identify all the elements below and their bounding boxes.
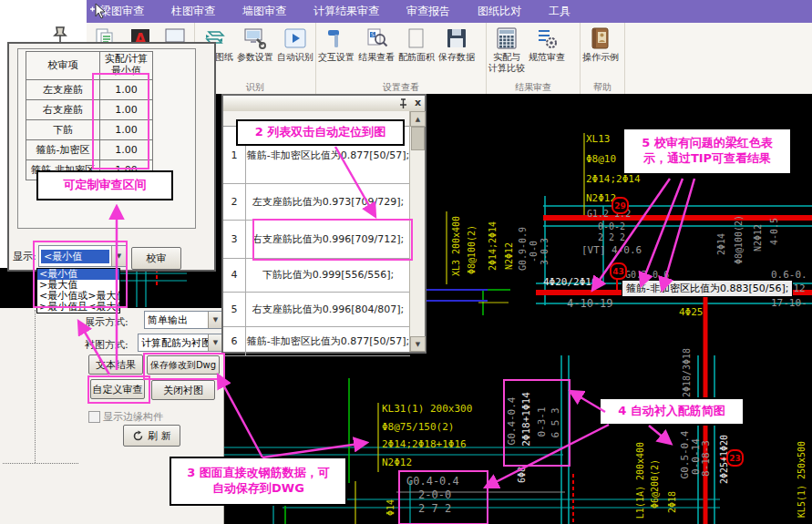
menu-tab-5[interactable]: 图纸比对 xyxy=(464,0,535,23)
ribbon-button-3-0[interactable]: 实配与 计算比较 xyxy=(487,25,527,73)
chevron-down-icon[interactable]: ▼ xyxy=(208,334,222,351)
cad-label-41[interactable]: 2Φ18 xyxy=(667,491,677,513)
result-row-6[interactable]: 6箍筋-非加密区比值为0.877[50/57]; xyxy=(223,326,410,356)
ribbon-group-2: 交互设置S结果查看配筋面积保存数据设置查看 xyxy=(316,23,487,94)
check-table-header: 实配/计算 最小值 xyxy=(100,52,153,80)
cad-label-19: G0.4-0.4 xyxy=(406,475,459,488)
edge-member-label: 显示边缘构件 xyxy=(103,410,163,424)
doc-magnifier-icon: S xyxy=(365,26,388,50)
edge-member-checkbox[interactable] xyxy=(88,411,100,423)
cad-label-1[interactable]: Φ8@10 xyxy=(586,153,616,165)
result-list-scrollbar[interactable]: ▲ ▼ xyxy=(409,111,425,352)
ribbon-button-2-1[interactable]: S结果查看 xyxy=(356,25,396,63)
result-row-2[interactable]: 2左支座筋比值为0.973[709/729]; xyxy=(223,183,410,221)
scroll-up-icon[interactable]: ▲ xyxy=(410,111,426,127)
cad-label-23[interactable]: Φ8@100(2) xyxy=(467,225,477,274)
check-table-row: 下筋1.00 xyxy=(26,120,153,140)
cad-label-46[interactable]: KL5(1) 250x500 xyxy=(797,441,807,518)
close-underlay-button[interactable]: 关闭衬图 xyxy=(151,380,215,400)
cad-label-44: 8-18-3 xyxy=(700,440,712,477)
refresh-icon xyxy=(132,430,144,442)
cad-label-18[interactable]: N2Φ12 xyxy=(382,457,412,468)
check-button[interactable]: 校审 xyxy=(131,247,181,270)
cad-label-39[interactable]: L1(1A) 200x400 xyxy=(635,442,645,519)
ribbon-button-label: 规范审查 xyxy=(529,52,565,63)
ribbon-group-label: 帮助 xyxy=(581,80,624,94)
cad-result-tooltip: 箍筋-非加密区比值为0.883[50/56]; xyxy=(622,280,793,297)
scrollbar-thumb[interactable] xyxy=(411,127,425,150)
pin-icon[interactable] xyxy=(398,98,408,109)
cad-label-36: 6 5 3 xyxy=(550,407,561,437)
ribbon-button-label: 实配与 计算比较 xyxy=(488,52,525,73)
calculator-icon xyxy=(495,26,519,50)
result-list-titlebar[interactable]: x xyxy=(223,96,425,112)
result-row-3[interactable]: 3右支座筋比值为0.996[709/712]; xyxy=(223,220,410,259)
menu-tab-3[interactable]: 计算结果审查 xyxy=(300,0,393,23)
ribbon-button-1-2[interactable]: 自动识别 xyxy=(275,25,315,63)
ribbon-button-1-1[interactable]: 参数设置 xyxy=(235,25,275,63)
check-value-cell[interactable]: 1.00 xyxy=(100,120,153,140)
menu-tab-1[interactable]: 柱图审查 xyxy=(158,0,229,23)
underlay-mode-combo[interactable]: 计算配筋为衬图 ▼ xyxy=(138,334,223,352)
dropdown-option-2[interactable]: <最小值或>最大值 xyxy=(37,291,119,302)
pushpin-icon[interactable] xyxy=(51,24,71,44)
dotted-guide-horizontal xyxy=(3,463,78,464)
cad-label-24[interactable]: 2Φ14;2Φ14 xyxy=(488,221,498,271)
cad-label-29: 2Φ14 xyxy=(716,233,726,255)
result-row-number: 6 xyxy=(223,326,246,355)
cad-error-badge-23[interactable]: 23 xyxy=(726,449,744,467)
menu-tab-6[interactable]: 工具 xyxy=(535,0,584,23)
cad-error-badge-43[interactable]: 43 xyxy=(610,262,627,280)
check-value-cell[interactable]: 1.00 xyxy=(100,80,153,100)
menu-tab-4[interactable]: 审查报告 xyxy=(393,0,464,23)
cad-label-5: 0-0-2 xyxy=(598,221,625,231)
dropdown-option-3[interactable]: >最小值且<最大值 xyxy=(37,302,119,313)
ribbon-button-3-1[interactable]: 规范审查 xyxy=(527,25,567,63)
cad-label-32: 4-0.5 xyxy=(769,218,779,245)
text-result-button[interactable]: 文本结果 xyxy=(88,354,143,375)
scroll-down-icon[interactable]: ▼ xyxy=(410,336,426,352)
result-row-text: 左支座筋比值为0.973[709/729]; xyxy=(246,183,410,220)
cad-label-0[interactable]: XL13 xyxy=(586,133,611,145)
cad-label-47[interactable]: Φ14 xyxy=(385,499,396,516)
chevron-down-icon[interactable]: ▼ xyxy=(208,312,222,328)
ribbon-button-2-3[interactable]: 保存数据 xyxy=(437,25,477,63)
dropdown-option-0[interactable]: <最小值 xyxy=(37,269,119,280)
refresh-button[interactable]: 刷 新 xyxy=(123,425,180,447)
cad-label-15[interactable]: KL31(1) 200x300 xyxy=(382,403,472,415)
ribbon-group-label: 设置查看 xyxy=(316,80,486,94)
check-value-cell[interactable]: 1.00 xyxy=(100,100,153,120)
ribbon-button-label: 自动识别 xyxy=(277,52,313,63)
chevron-down-icon[interactable]: ▼ xyxy=(111,246,126,266)
ribbon-button-4-0[interactable]: 操作示例 xyxy=(581,25,621,63)
cad-label-7: [VT] 4-0.6 xyxy=(581,244,642,256)
cad-error-badge-29[interactable]: 29 xyxy=(612,197,629,214)
cad-label-16[interactable]: Φ8@75/150(2) xyxy=(382,421,454,433)
cad-label-31: N2Φ12 xyxy=(753,224,763,252)
callout-edit-rebar: 3 图面直接改钢筋数据，可 自动保存到DWG xyxy=(170,457,347,506)
menu-tab-2[interactable]: 墙图审查 xyxy=(229,0,300,23)
cad-label-17[interactable]: 2Φ14;2Φ18+1Φ16 xyxy=(382,438,467,450)
cad-label-11[interactable]: 4Φ25 xyxy=(679,306,704,318)
close-icon[interactable]: x xyxy=(415,97,421,108)
result-row-4[interactable]: 4下筋比值为0.999[556/556]; xyxy=(223,258,410,293)
custom-check-button[interactable]: 自定义审查 xyxy=(90,379,145,399)
callout-auto-underlay: 4 自动衬入配筋简图 xyxy=(599,397,745,426)
cad-label-25[interactable]: N2Φ12 xyxy=(504,242,514,270)
cad-label-22[interactable]: XL3 200x400 xyxy=(451,216,461,276)
check-settings-panel: 校审项实配/计算 最小值左支座筋1.00右支座筋1.00下筋1.00箍筋-加密区… xyxy=(7,42,216,272)
display-filter-combo[interactable]: <最小值 ▼ xyxy=(38,245,127,267)
cad-label-21: 2 7 2 xyxy=(418,502,451,515)
cad-label-40[interactable]: Φ6@200(2) xyxy=(650,459,660,509)
ribbon-button-2-0[interactable]: 交互设置 xyxy=(316,25,356,63)
display-filter-dropdown[interactable]: <最小值>最大值<最小值或>最大值>最小值且<最大值 xyxy=(36,268,120,313)
cad-label-33: G0.4-0.4 xyxy=(506,397,518,446)
dropdown-option-1[interactable]: >最大值 xyxy=(37,280,119,291)
show-mode-combo[interactable]: 简单输出 ▼ xyxy=(144,311,223,329)
cad-label-38: 2Φ18/3Φ18 xyxy=(682,348,692,397)
result-row-5[interactable]: 5右支座筋比值为0.996[804/807]; xyxy=(223,292,410,327)
check-item-cell: 下筋 xyxy=(26,120,100,140)
save-to-dwg-button[interactable]: 保存修改到Dwg xyxy=(147,355,220,375)
ribbon-button-2-2[interactable]: 配筋面积 xyxy=(396,25,437,63)
check-value-cell[interactable]: 1.00 xyxy=(100,140,153,160)
